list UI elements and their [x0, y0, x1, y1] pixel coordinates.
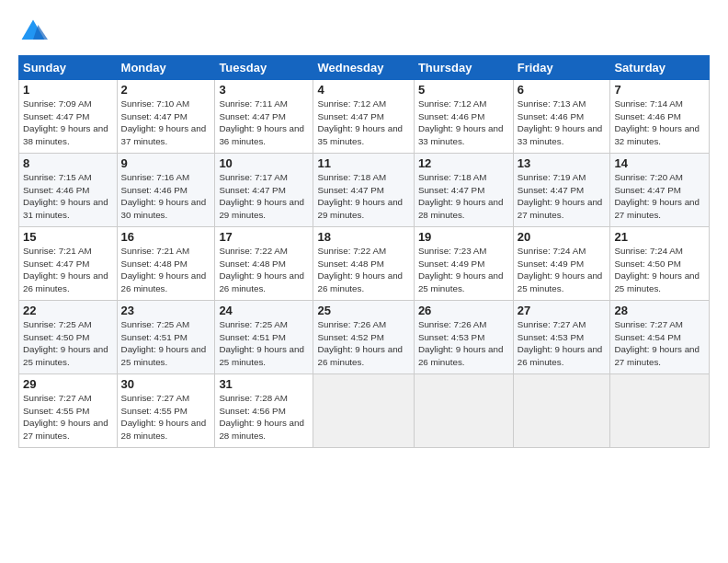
day-number: 15 [23, 230, 113, 244]
day-number: 9 [121, 156, 211, 170]
day-number: 10 [219, 156, 309, 170]
day-number: 5 [418, 83, 509, 97]
day-info: Sunrise: 7:17 AMSunset: 4:47 PMDaylight:… [219, 172, 304, 220]
logo-icon [18, 17, 48, 46]
day-info: Sunrise: 7:22 AMSunset: 4:48 PMDaylight:… [317, 246, 403, 293]
calendar-week-row: 29 Sunrise: 7:27 AMSunset: 4:55 PMDaylig… [19, 374, 710, 448]
calendar-day-cell: 9 Sunrise: 7:16 AMSunset: 4:46 PMDayligh… [117, 154, 215, 227]
calendar-day-header: Sunday [19, 56, 118, 80]
day-info: Sunrise: 7:27 AMSunset: 4:55 PMDaylight:… [121, 393, 207, 441]
calendar-day-cell: 5 Sunrise: 7:12 AMSunset: 4:46 PMDayligh… [414, 80, 513, 154]
calendar-day-cell: 27 Sunrise: 7:27 AMSunset: 4:53 PMDaylig… [513, 301, 610, 374]
calendar-table: SundayMondayTuesdayWednesdayThursdayFrid… [18, 55, 710, 448]
day-number: 7 [614, 83, 705, 97]
calendar-day-cell: 16 Sunrise: 7:21 AMSunset: 4:48 PMDaylig… [117, 227, 215, 301]
calendar-day-cell: 8 Sunrise: 7:15 AMSunset: 4:46 PMDayligh… [19, 154, 118, 227]
calendar-day-cell: 20 Sunrise: 7:24 AMSunset: 4:49 PMDaylig… [513, 227, 610, 301]
calendar-week-row: 8 Sunrise: 7:15 AMSunset: 4:46 PMDayligh… [19, 154, 710, 227]
day-info: Sunrise: 7:18 AMSunset: 4:47 PMDaylight:… [317, 172, 403, 220]
day-info: Sunrise: 7:22 AMSunset: 4:48 PMDaylight:… [219, 246, 304, 293]
calendar-day-cell: 14 Sunrise: 7:20 AMSunset: 4:47 PMDaylig… [610, 154, 710, 227]
day-info: Sunrise: 7:11 AMSunset: 4:47 PMDaylight:… [219, 98, 304, 146]
calendar-day-header: Wednesday [313, 56, 414, 80]
calendar-day-header: Saturday [610, 56, 710, 80]
calendar-day-cell: 18 Sunrise: 7:22 AMSunset: 4:48 PMDaylig… [313, 227, 414, 301]
day-number: 12 [418, 156, 509, 170]
calendar-day-cell: 30 Sunrise: 7:27 AMSunset: 4:55 PMDaylig… [117, 374, 215, 448]
calendar-day-header: Thursday [414, 56, 513, 80]
day-number: 4 [317, 83, 409, 97]
day-info: Sunrise: 7:25 AMSunset: 4:51 PMDaylight:… [219, 319, 304, 367]
calendar-day-cell: 2 Sunrise: 7:10 AMSunset: 4:47 PMDayligh… [117, 80, 215, 154]
day-info: Sunrise: 7:28 AMSunset: 4:56 PMDaylight:… [219, 393, 304, 441]
day-info: Sunrise: 7:09 AMSunset: 4:47 PMDaylight:… [23, 98, 108, 146]
calendar-day-cell: 22 Sunrise: 7:25 AMSunset: 4:50 PMDaylig… [19, 301, 118, 374]
calendar-day-cell: 15 Sunrise: 7:21 AMSunset: 4:47 PMDaylig… [19, 227, 118, 301]
calendar-day-cell: 7 Sunrise: 7:14 AMSunset: 4:46 PMDayligh… [610, 80, 710, 154]
day-info: Sunrise: 7:12 AMSunset: 4:46 PMDaylight:… [418, 98, 504, 146]
day-info: Sunrise: 7:24 AMSunset: 4:50 PMDaylight:… [614, 246, 700, 293]
calendar-week-row: 1 Sunrise: 7:09 AMSunset: 4:47 PMDayligh… [19, 80, 710, 154]
day-number: 19 [418, 230, 509, 244]
calendar-day-cell: 13 Sunrise: 7:19 AMSunset: 4:47 PMDaylig… [513, 154, 610, 227]
day-number: 14 [614, 156, 705, 170]
calendar-day-cell: 24 Sunrise: 7:25 AMSunset: 4:51 PMDaylig… [215, 301, 313, 374]
calendar-day-cell: 11 Sunrise: 7:18 AMSunset: 4:47 PMDaylig… [313, 154, 414, 227]
day-number: 20 [518, 230, 607, 244]
calendar-day-cell: 28 Sunrise: 7:27 AMSunset: 4:54 PMDaylig… [610, 301, 710, 374]
day-number: 16 [121, 230, 211, 244]
day-info: Sunrise: 7:20 AMSunset: 4:47 PMDaylight:… [614, 172, 700, 220]
day-info: Sunrise: 7:19 AMSunset: 4:47 PMDaylight:… [518, 172, 603, 220]
day-info: Sunrise: 7:25 AMSunset: 4:51 PMDaylight:… [121, 319, 207, 367]
day-info: Sunrise: 7:21 AMSunset: 4:48 PMDaylight:… [121, 246, 207, 293]
calendar-week-row: 22 Sunrise: 7:25 AMSunset: 4:50 PMDaylig… [19, 301, 710, 374]
day-info: Sunrise: 7:27 AMSunset: 4:55 PMDaylight:… [23, 393, 108, 441]
day-number: 2 [121, 83, 211, 97]
day-number: 24 [219, 304, 309, 317]
day-number: 18 [317, 230, 409, 244]
day-number: 6 [518, 83, 607, 97]
calendar-week-row: 15 Sunrise: 7:21 AMSunset: 4:47 PMDaylig… [19, 227, 710, 301]
calendar-day-cell [313, 374, 414, 448]
day-info: Sunrise: 7:27 AMSunset: 4:54 PMDaylight:… [614, 319, 700, 367]
day-info: Sunrise: 7:23 AMSunset: 4:49 PMDaylight:… [418, 246, 504, 293]
day-info: Sunrise: 7:18 AMSunset: 4:47 PMDaylight:… [418, 172, 504, 220]
day-number: 3 [219, 83, 309, 97]
header [18, 17, 710, 46]
calendar-day-cell: 10 Sunrise: 7:17 AMSunset: 4:47 PMDaylig… [215, 154, 313, 227]
day-info: Sunrise: 7:15 AMSunset: 4:46 PMDaylight:… [23, 172, 108, 220]
day-number: 31 [219, 377, 309, 391]
calendar-day-cell: 31 Sunrise: 7:28 AMSunset: 4:56 PMDaylig… [215, 374, 313, 448]
calendar-header-row: SundayMondayTuesdayWednesdayThursdayFrid… [19, 56, 710, 80]
day-info: Sunrise: 7:24 AMSunset: 4:49 PMDaylight:… [518, 246, 603, 293]
day-info: Sunrise: 7:26 AMSunset: 4:52 PMDaylight:… [317, 319, 403, 367]
day-info: Sunrise: 7:26 AMSunset: 4:53 PMDaylight:… [418, 319, 504, 367]
calendar-day-cell: 21 Sunrise: 7:24 AMSunset: 4:50 PMDaylig… [610, 227, 710, 301]
day-info: Sunrise: 7:10 AMSunset: 4:47 PMDaylight:… [121, 98, 207, 146]
calendar-day-cell: 17 Sunrise: 7:22 AMSunset: 4:48 PMDaylig… [215, 227, 313, 301]
day-info: Sunrise: 7:14 AMSunset: 4:46 PMDaylight:… [614, 98, 700, 146]
calendar-day-cell [610, 374, 710, 448]
calendar-day-header: Monday [117, 56, 215, 80]
page: SundayMondayTuesdayWednesdayThursdayFrid… [0, 0, 728, 563]
day-info: Sunrise: 7:25 AMSunset: 4:50 PMDaylight:… [23, 319, 108, 367]
calendar-day-header: Tuesday [215, 56, 313, 80]
calendar-day-header: Friday [513, 56, 610, 80]
day-number: 23 [121, 304, 211, 317]
day-info: Sunrise: 7:13 AMSunset: 4:46 PMDaylight:… [518, 98, 603, 146]
calendar-day-cell: 4 Sunrise: 7:12 AMSunset: 4:47 PMDayligh… [313, 80, 414, 154]
calendar-day-cell: 23 Sunrise: 7:25 AMSunset: 4:51 PMDaylig… [117, 301, 215, 374]
day-number: 11 [317, 156, 409, 170]
day-info: Sunrise: 7:27 AMSunset: 4:53 PMDaylight:… [518, 319, 603, 367]
day-number: 27 [518, 304, 607, 317]
day-info: Sunrise: 7:16 AMSunset: 4:46 PMDaylight:… [121, 172, 207, 220]
day-number: 17 [219, 230, 309, 244]
calendar-day-cell [414, 374, 513, 448]
calendar-day-cell: 29 Sunrise: 7:27 AMSunset: 4:55 PMDaylig… [19, 374, 118, 448]
day-number: 1 [23, 83, 113, 97]
day-number: 25 [317, 304, 409, 317]
day-number: 29 [23, 377, 113, 391]
calendar-day-cell: 12 Sunrise: 7:18 AMSunset: 4:47 PMDaylig… [414, 154, 513, 227]
day-number: 26 [418, 304, 509, 317]
day-number: 28 [614, 304, 705, 317]
